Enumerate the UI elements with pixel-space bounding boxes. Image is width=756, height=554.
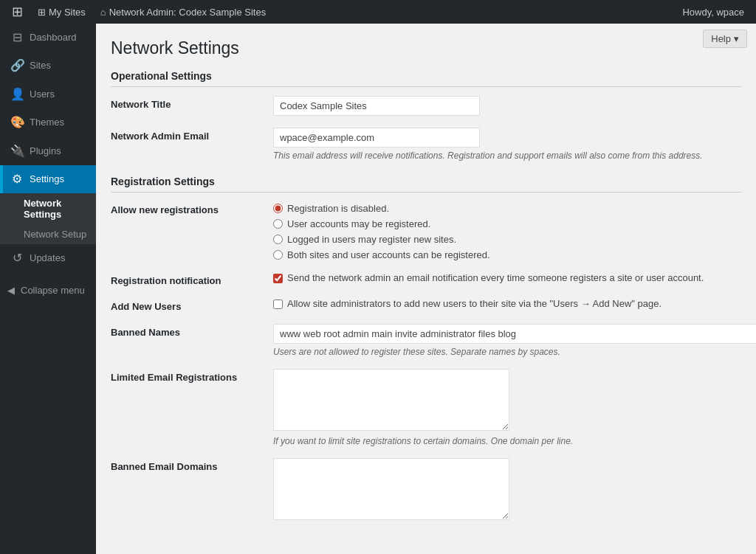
add-new-users-checkbox[interactable] [273, 299, 283, 309]
network-title-input[interactable] [273, 96, 480, 116]
dashboard-icon: ⊟ [10, 30, 24, 46]
network-admin-icon: ⌂ [100, 7, 106, 18]
registration-notification-checkbox-label[interactable]: Send the network admin an email notifica… [273, 272, 741, 283]
network-admin-link[interactable]: ⌂ Network Admin: Codex Sample Sites [94, 0, 272, 24]
radio-both-label: Both sites and user accounts can be regi… [287, 249, 490, 260]
network-admin-email-input[interactable] [273, 128, 480, 148]
updates-label: Updates [30, 252, 65, 265]
collapse-label: Collapse menu [21, 285, 85, 296]
allow-new-registrations-control: Registration is disabled. User accounts … [273, 201, 741, 260]
sidebar-item-settings[interactable]: ⚙ Settings [0, 165, 96, 193]
radio-both[interactable]: Both sites and user accounts can be regi… [273, 249, 741, 260]
registration-notification-checkbox[interactable] [273, 274, 283, 283]
sidebar-item-users[interactable]: 👤 Users [0, 80, 96, 108]
network-title-row: Network Title [111, 96, 741, 116]
limited-email-registrations-row: Limited Email Registrations If you want … [111, 369, 741, 446]
sidebar-item-label: Settings [30, 173, 64, 186]
sidebar: ⊟ Dashboard 🔗 Sites 👤 Users 🎨 Themes 🔌 P… [0, 24, 96, 554]
registration-notification-control: Send the network admin an email notifica… [273, 272, 741, 286]
sidebar-submenu: Network Settings Network Setup [0, 193, 96, 244]
add-new-users-row: Add New Users Allow site administrators … [111, 298, 741, 312]
sidebar-item-plugins[interactable]: 🔌 Plugins [0, 137, 96, 165]
sidebar-item-themes[interactable]: 🎨 Themes [0, 108, 96, 136]
limited-email-registrations-help: If you want to limit site registrations … [273, 436, 741, 446]
registration-notification-row: Registration notification Send the netwo… [111, 272, 741, 286]
wp-logo[interactable]: ⊞ [6, 0, 29, 24]
banned-email-domains-textarea[interactable] [273, 458, 509, 520]
my-sites-link[interactable]: ⊞ My Sites [32, 0, 92, 24]
network-admin-label: Network Admin: Codex Sample Sites [109, 7, 266, 18]
plugins-icon: 🔌 [10, 143, 24, 159]
sidebar-subitem-network-setup[interactable]: Network Setup [0, 224, 96, 244]
howdy-text: Howdy, wpace [676, 7, 750, 18]
banned-email-domains-label: Banned Email Domains [111, 458, 273, 522]
network-admin-email-control: This email address will receive notifica… [273, 128, 741, 161]
network-title-control [273, 96, 741, 116]
page-title: Network Settings [111, 38, 741, 58]
radio-user-input[interactable] [273, 219, 283, 229]
limited-email-registrations-textarea[interactable] [273, 369, 509, 431]
banned-names-input[interactable] [273, 324, 756, 344]
help-chevron-icon: ▾ [734, 33, 739, 44]
help-button[interactable]: Help ▾ [703, 30, 747, 48]
radio-user-accounts[interactable]: User accounts may be registered. [273, 218, 741, 229]
add-new-users-text: Allow site administrators to add new use… [287, 298, 662, 309]
banned-email-domains-row: Banned Email Domains [111, 458, 741, 522]
users-icon: 👤 [10, 86, 24, 103]
sidebar-item-updates[interactable]: ↺ Updates [0, 244, 96, 272]
registration-notification-label: Registration notification [111, 272, 273, 286]
allow-new-registrations-row: Allow new registrations Registration is … [111, 201, 741, 260]
network-title-label: Network Title [111, 96, 273, 116]
my-sites-icon: ⊞ [38, 7, 46, 18]
limited-email-registrations-label: Limited Email Registrations [111, 369, 273, 446]
radio-both-input[interactable] [273, 250, 283, 260]
banned-names-control: Users are not allowed to register these … [273, 324, 756, 357]
operational-settings-title: Operational Settings [111, 70, 741, 87]
collapse-menu-button[interactable]: ◀ Collapse menu [0, 279, 96, 302]
radio-user-label: User accounts may be registered. [287, 218, 430, 229]
add-new-users-control: Allow site administrators to add new use… [273, 298, 741, 312]
sidebar-item-label: Plugins [30, 145, 61, 158]
sidebar-subitem-network-settings[interactable]: Network Settings [0, 193, 96, 224]
radio-group-registrations: Registration is disabled. User accounts … [273, 201, 741, 260]
radio-disabled-input[interactable] [273, 204, 283, 213]
admin-bar-right: Howdy, wpace [676, 7, 750, 18]
add-new-users-checkbox-label[interactable]: Allow site administrators to add new use… [273, 298, 741, 309]
radio-logged-in-sites[interactable]: Logged in users may register new sites. [273, 234, 741, 245]
admin-bar: ⊞ ⊞ My Sites ⌂ Network Admin: Codex Samp… [0, 0, 756, 24]
radio-sites-label: Logged in users may register new sites. [287, 234, 456, 245]
registration-settings-title: Registration Settings [111, 176, 741, 193]
registration-notification-text: Send the network admin an email notifica… [287, 272, 704, 283]
limited-email-registrations-control: If you want to limit site registrations … [273, 369, 741, 446]
admin-bar-left: ⊞ ⊞ My Sites ⌂ Network Admin: Codex Samp… [6, 0, 272, 24]
sidebar-menu: ⊟ Dashboard 🔗 Sites 👤 Users 🎨 Themes 🔌 P… [0, 24, 96, 193]
allow-new-registrations-label: Allow new registrations [111, 201, 273, 260]
radio-sites-input[interactable] [273, 235, 283, 244]
network-admin-email-label: Network Admin Email [111, 128, 273, 161]
sidebar-item-label: Themes [30, 116, 64, 129]
sidebar-item-label: Sites [30, 59, 51, 72]
sidebar-item-dashboard[interactable]: ⊟ Dashboard [0, 24, 96, 52]
layout: ⊟ Dashboard 🔗 Sites 👤 Users 🎨 Themes 🔌 P… [0, 24, 756, 554]
radio-disabled-label: Registration is disabled. [287, 203, 389, 214]
banned-names-row: Banned Names Users are not allowed to re… [111, 324, 741, 357]
network-admin-email-row: Network Admin Email This email address w… [111, 128, 741, 161]
sidebar-item-sites[interactable]: 🔗 Sites [0, 52, 96, 80]
sidebar-item-label: Dashboard [30, 31, 77, 44]
banned-names-help: Users are not allowed to register these … [273, 347, 756, 357]
operational-settings-section: Operational Settings Network Title Netwo… [111, 70, 741, 161]
sites-icon: 🔗 [10, 58, 24, 74]
updates-icon: ↺ [10, 250, 24, 266]
help-label: Help [711, 33, 731, 44]
banned-names-label: Banned Names [111, 324, 273, 357]
registration-settings-section: Registration Settings Allow new registra… [111, 176, 741, 522]
sidebar-item-label: Users [30, 88, 55, 101]
settings-icon: ⚙ [10, 171, 24, 187]
add-new-users-label: Add New Users [111, 298, 273, 312]
radio-registration-disabled[interactable]: Registration is disabled. [273, 203, 741, 214]
banned-email-domains-control [273, 458, 741, 522]
main-content: Network Settings Operational Settings Ne… [96, 24, 756, 554]
network-admin-email-help: This email address will receive notifica… [273, 150, 741, 161]
themes-icon: 🎨 [10, 114, 24, 131]
my-sites-label: My Sites [49, 7, 86, 18]
